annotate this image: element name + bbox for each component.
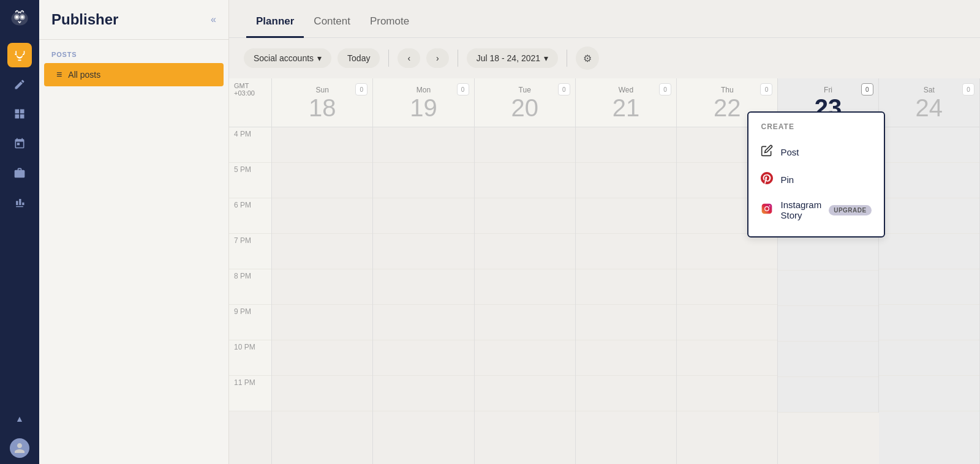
day-cell[interactable]	[879, 340, 979, 376]
day-cell[interactable]	[272, 376, 372, 411]
time-slot-9pm: 9 PM	[229, 305, 271, 340]
user-avatar[interactable]	[10, 438, 29, 458]
day-cell[interactable]	[272, 198, 372, 234]
timezone-label: GMT	[234, 82, 255, 89]
day-cell[interactable]	[677, 376, 777, 411]
time-slot-11pm: 11 PM	[229, 376, 271, 411]
day-cell[interactable]	[373, 127, 473, 163]
day-cell[interactable]	[778, 235, 878, 271]
nav-item-trophy[interactable]	[7, 43, 32, 67]
tab-promote[interactable]: Promote	[360, 15, 419, 38]
day-cell[interactable]	[373, 198, 473, 234]
day-cell[interactable]	[576, 198, 676, 234]
time-slot-5pm: 5 PM	[229, 163, 271, 198]
nav-item-briefcase[interactable]	[7, 160, 32, 185]
all-posts-icon: ≡	[56, 69, 62, 80]
nav-item-calendar[interactable]	[7, 131, 32, 155]
day-cell[interactable]	[576, 234, 676, 269]
day-cell[interactable]	[879, 269, 979, 305]
day-cell[interactable]	[373, 234, 473, 269]
day-cell[interactable]	[373, 305, 473, 340]
day-cell[interactable]	[677, 234, 777, 269]
next-button[interactable]: ›	[426, 48, 449, 68]
day-cell[interactable]	[879, 127, 979, 163]
day-num-wed: 21	[612, 95, 640, 120]
posts-section-label: POSTS	[39, 40, 228, 63]
day-cell[interactable]	[879, 163, 979, 198]
day-cell[interactable]	[272, 269, 372, 305]
nav-item-edit[interactable]	[7, 72, 32, 97]
day-cell[interactable]	[373, 163, 473, 198]
briefcase-icon	[13, 167, 26, 179]
day-cell[interactable]	[879, 376, 979, 411]
day-cell[interactable]	[475, 163, 575, 198]
day-cell[interactable]	[475, 198, 575, 234]
day-cell[interactable]	[576, 340, 676, 376]
day-col-sat: Sat 24 0	[879, 78, 980, 464]
day-cell[interactable]	[576, 127, 676, 163]
time-slot-4pm: 4 PM	[229, 127, 271, 163]
tab-planner[interactable]: Planner	[246, 15, 304, 38]
day-badge-wed: 0	[659, 83, 671, 95]
dropdown-item-instagram-story[interactable]: Instagram Story UPGRADE	[748, 193, 883, 226]
nav-item-expand[interactable]: ▲	[7, 406, 32, 431]
day-cell[interactable]	[677, 269, 777, 305]
date-range-button[interactable]: Jul 18 - 24, 2021 ▾	[467, 48, 558, 68]
toolbar-divider-3	[567, 50, 567, 67]
day-cell[interactable]	[576, 305, 676, 340]
day-cell[interactable]	[576, 163, 676, 198]
sidebar-collapse-button[interactable]: «	[211, 14, 216, 25]
dropdown-item-pin[interactable]: Pin	[748, 166, 883, 193]
day-cell[interactable]	[475, 127, 575, 163]
day-cell[interactable]	[475, 234, 575, 269]
day-cell[interactable]	[778, 271, 878, 306]
nav-item-dashboard[interactable]	[7, 102, 32, 126]
social-accounts-button[interactable]: Social accounts ▾	[244, 48, 331, 68]
day-cell[interactable]	[272, 234, 372, 269]
today-button[interactable]: Today	[337, 48, 380, 68]
svg-point-4	[21, 16, 24, 19]
day-cell[interactable]	[272, 163, 372, 198]
day-cell[interactable]	[272, 305, 372, 340]
day-cell[interactable]	[272, 127, 372, 163]
day-cell[interactable]	[373, 376, 473, 411]
day-cell[interactable]	[677, 305, 777, 340]
date-range-label: Jul 18 - 24, 2021	[477, 53, 540, 63]
day-cell[interactable]	[879, 198, 979, 234]
day-num-thu: 22	[714, 95, 741, 120]
prev-button[interactable]: ‹	[398, 48, 420, 68]
dropdown-item-post[interactable]: Post	[748, 138, 883, 166]
day-num-sat: 24	[916, 95, 943, 120]
day-cell[interactable]	[677, 340, 777, 376]
day-cell[interactable]	[778, 306, 878, 342]
day-cell[interactable]	[373, 269, 473, 305]
social-accounts-chevron-icon: ▾	[317, 53, 322, 63]
day-cell[interactable]	[475, 340, 575, 376]
day-badge-sun: 0	[355, 83, 368, 95]
day-cell[interactable]	[879, 305, 979, 340]
day-cell[interactable]	[576, 376, 676, 411]
day-col-tue: Tue 20 0	[475, 78, 576, 464]
day-name-sat: Sat	[924, 86, 935, 94]
day-cell[interactable]	[475, 376, 575, 411]
toolbar: Social accounts ▾ Today ‹ › Jul 18 - 24,…	[229, 38, 980, 78]
day-cell[interactable]	[475, 305, 575, 340]
sidebar-item-all-posts[interactable]: ≡ All posts	[44, 63, 224, 86]
upgrade-badge[interactable]: UPGRADE	[829, 205, 872, 215]
day-cell[interactable]	[879, 234, 979, 269]
calendar-grid: GMT +03:00 4 PM 5 PM 6 PM 7 PM 8 PM 9 PM…	[229, 78, 980, 464]
nav-item-chart[interactable]	[7, 190, 32, 214]
time-slot-6pm: 6 PM	[229, 198, 271, 234]
day-cell[interactable]	[272, 340, 372, 376]
day-cell[interactable]	[778, 342, 878, 377]
day-cell[interactable]	[373, 340, 473, 376]
svg-point-3	[15, 16, 18, 19]
day-cell[interactable]	[778, 377, 878, 413]
dropdown-item-instagram-story-label: Instagram Story	[780, 200, 821, 220]
settings-button[interactable]: ⚙	[576, 47, 599, 70]
day-cell[interactable]	[576, 269, 676, 305]
day-cell[interactable]	[475, 269, 575, 305]
date-range-chevron-icon: ▾	[544, 53, 548, 63]
day-header-mon: Mon 19 0	[373, 78, 473, 127]
tab-content[interactable]: Content	[304, 15, 360, 38]
